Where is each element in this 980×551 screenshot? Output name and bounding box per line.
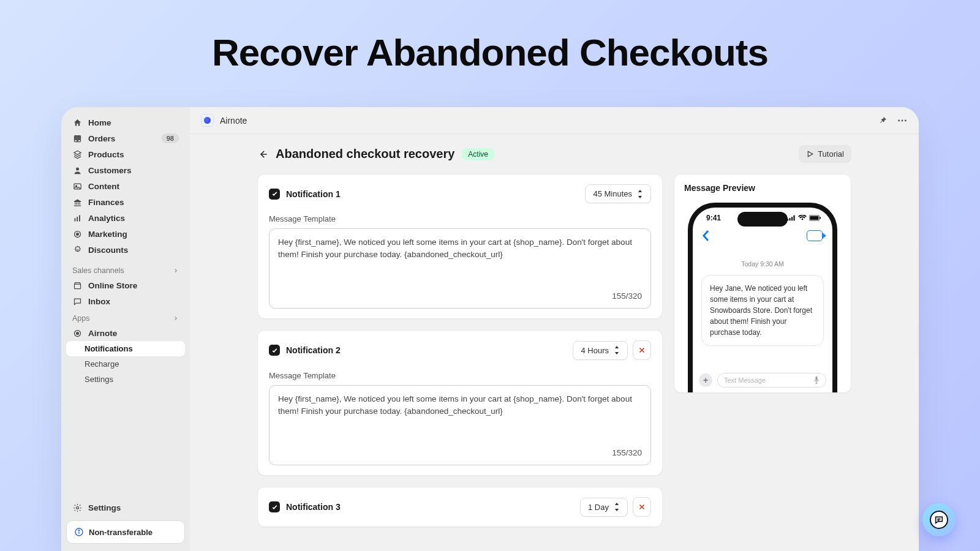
template-text-1: Hey {first_name}, We noticed you left so… bbox=[278, 236, 642, 276]
sub-item-notifications[interactable]: Notifications bbox=[66, 341, 185, 356]
sort-icon bbox=[614, 503, 620, 511]
app-window: Home Orders 98 Products Customers Conten… bbox=[61, 107, 919, 551]
sidebar-item-inbox[interactable]: Inbox bbox=[66, 293, 185, 309]
sort-icon bbox=[614, 346, 620, 354]
chevron-right-icon bbox=[173, 315, 179, 321]
svg-rect-26 bbox=[794, 216, 795, 221]
target-icon bbox=[72, 229, 82, 239]
notification-1-checkbox[interactable] bbox=[269, 189, 280, 200]
sidebar-item-home[interactable]: Home bbox=[66, 114, 185, 130]
chat-icon bbox=[72, 296, 82, 306]
gear-icon bbox=[72, 503, 82, 512]
notification-card-1: Notification 1 45 Minutes Message Templa… bbox=[257, 174, 663, 319]
sub-item-settings[interactable]: Settings bbox=[66, 372, 185, 387]
home-icon bbox=[72, 118, 82, 127]
chevron-right-icon bbox=[173, 268, 179, 274]
sidebar-item-settings[interactable]: Settings bbox=[66, 500, 185, 515]
notification-2-title: Notification 2 bbox=[286, 345, 341, 355]
svg-rect-25 bbox=[791, 217, 793, 220]
percent-icon bbox=[72, 245, 82, 255]
sidebar-item-label: Settings bbox=[88, 503, 121, 512]
message-bubble: Hey Jane, We noticed you left some items… bbox=[701, 275, 824, 346]
sales-channels-header[interactable]: Sales channels bbox=[66, 261, 185, 277]
template-label-1: Message Template bbox=[269, 214, 651, 223]
notification-2-checkbox[interactable] bbox=[269, 345, 280, 356]
sub-item-recharge[interactable]: Recharge bbox=[66, 356, 185, 372]
sidebar-item-discounts[interactable]: Discounts bbox=[66, 242, 185, 258]
chat-bubble-icon bbox=[934, 515, 944, 525]
phone-mockup: 9:41 Today 9:30 bbox=[688, 203, 837, 392]
content: Abandoned checkout recovery Active Tutor… bbox=[190, 134, 919, 527]
sidebar-item-products[interactable]: Products bbox=[66, 146, 185, 162]
tag-icon bbox=[72, 149, 82, 159]
more-button[interactable] bbox=[897, 115, 908, 126]
sidebar-item-content[interactable]: Content bbox=[66, 178, 185, 194]
sidebar-item-label: Customers bbox=[88, 166, 132, 175]
phone-status-icons bbox=[787, 215, 821, 221]
svg-point-9 bbox=[76, 249, 77, 250]
compose-input[interactable]: Text Message bbox=[717, 373, 826, 388]
svg-point-1 bbox=[76, 167, 79, 170]
person-icon bbox=[72, 165, 82, 175]
topbar-app-name: Airnote bbox=[220, 116, 247, 126]
sidebar-item-label: Analytics bbox=[88, 214, 125, 223]
preview-title: Message Preview bbox=[684, 183, 841, 193]
svg-rect-28 bbox=[810, 216, 818, 220]
sidebar-item-label: Inbox bbox=[88, 297, 110, 306]
help-chat-fab[interactable] bbox=[922, 503, 956, 536]
sidebar-item-online-store[interactable]: Online Store bbox=[66, 277, 185, 293]
sidebar: Home Orders 98 Products Customers Conten… bbox=[61, 107, 190, 551]
sidebar-item-marketing[interactable]: Marketing bbox=[66, 226, 185, 242]
notification-3-checkbox[interactable] bbox=[269, 501, 280, 512]
app-airnote-icon bbox=[72, 328, 82, 338]
non-transferable-label: Non-transferable bbox=[89, 528, 153, 537]
sidebar-item-label: Finances bbox=[88, 198, 124, 207]
sidebar-item-customers[interactable]: Customers bbox=[66, 162, 185, 178]
page-header: Abandoned checkout recovery Active Tutor… bbox=[257, 145, 851, 163]
sidebar-item-finances[interactable]: Finances bbox=[66, 194, 185, 210]
template-textarea-2[interactable]: Hey {first_name}, We noticed you left so… bbox=[269, 385, 651, 465]
messages-back-button[interactable] bbox=[701, 230, 710, 242]
compose-placeholder: Text Message bbox=[724, 377, 766, 384]
back-button[interactable] bbox=[257, 149, 268, 160]
apps-header[interactable]: Apps bbox=[66, 309, 185, 325]
message-preview-card: Message Preview 9:41 bbox=[674, 174, 851, 393]
svg-rect-4 bbox=[74, 218, 75, 221]
sidebar-item-analytics[interactable]: Analytics bbox=[66, 210, 185, 226]
info-icon bbox=[74, 527, 84, 537]
notification-3-title: Notification 3 bbox=[286, 502, 341, 512]
tutorial-button[interactable]: Tutorial bbox=[799, 145, 851, 163]
phone-notch bbox=[737, 212, 788, 227]
svg-point-14 bbox=[76, 332, 78, 334]
notification-2-delete-button[interactable] bbox=[633, 340, 651, 360]
template-text-2: Hey {first_name}, We noticed you left so… bbox=[278, 393, 642, 432]
notification-1-title: Notification 1 bbox=[286, 189, 341, 199]
topbar: Airnote bbox=[190, 107, 919, 134]
image-icon bbox=[72, 181, 82, 191]
hero-title: Recover Abandoned Checkouts bbox=[0, 0, 980, 74]
delay-value: 1 Day bbox=[588, 503, 609, 512]
app-icon bbox=[201, 114, 214, 127]
sidebar-item-label: Products bbox=[88, 150, 124, 159]
non-transferable-banner[interactable]: Non-transferable bbox=[66, 520, 185, 544]
sidebar-item-airnote[interactable]: Airnote bbox=[66, 325, 185, 341]
status-badge: Active bbox=[462, 148, 494, 160]
compose-add-button[interactable]: + bbox=[699, 373, 712, 387]
notification-1-delay-select[interactable]: 45 Minutes bbox=[585, 184, 651, 203]
orders-badge: 98 bbox=[162, 133, 179, 143]
pin-button[interactable] bbox=[877, 115, 888, 126]
mic-icon bbox=[813, 376, 820, 384]
notification-3-delete-button[interactable] bbox=[633, 497, 651, 517]
template-textarea-1[interactable]: Hey {first_name}, We noticed you left so… bbox=[269, 228, 651, 309]
section-header-label: Sales channels bbox=[72, 266, 124, 275]
sidebar-item-label: Discounts bbox=[88, 246, 128, 255]
notification-3-delay-select[interactable]: 1 Day bbox=[580, 498, 628, 517]
play-icon bbox=[806, 150, 814, 158]
sidebar-item-label: Marketing bbox=[88, 230, 127, 239]
facetime-icon[interactable] bbox=[807, 230, 823, 241]
notification-2-delay-select[interactable]: 4 Hours bbox=[573, 341, 628, 360]
sidebar-item-orders[interactable]: Orders 98 bbox=[66, 130, 185, 146]
page-title: Abandoned checkout recovery bbox=[276, 147, 454, 161]
svg-point-8 bbox=[76, 233, 78, 235]
svg-point-20 bbox=[902, 119, 903, 121]
